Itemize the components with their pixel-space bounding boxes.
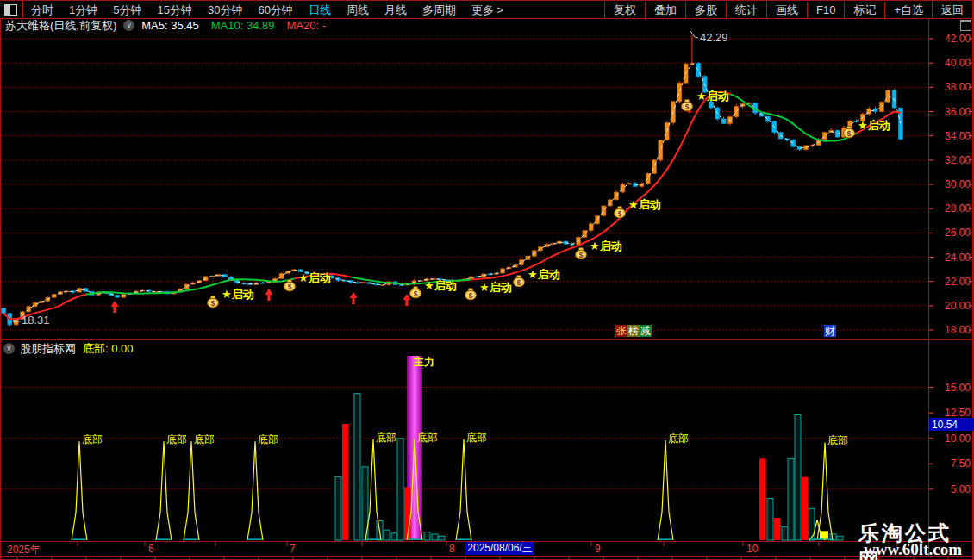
date-marker[interactable]: 2025/08/06/三 xyxy=(465,542,534,555)
watermark-site-url: www.60lt.com xyxy=(864,540,962,559)
price-axis-label: 18.00 xyxy=(933,324,971,336)
bag-dollar: $ xyxy=(579,251,584,259)
buy-arrow-icon xyxy=(350,292,358,304)
chevron-down-icon[interactable]: ∨ xyxy=(3,343,15,354)
menu-item-复权[interactable]: 复权 xyxy=(604,2,645,18)
menu-item-更多 >[interactable]: 更多 > xyxy=(464,2,511,18)
spike-base-mark xyxy=(248,538,262,540)
event-tag-char: 榜 xyxy=(627,325,640,337)
xaxis-label: 2025年 xyxy=(7,543,41,557)
signal-label: ★启动 xyxy=(696,89,729,104)
bag-dollar: $ xyxy=(414,289,418,298)
event-tag[interactable]: 财 xyxy=(824,325,836,337)
top-menu-bar: 分时1分钟5分钟15分钟30分钟60分钟日线周线月线多周期更多 > 复权叠加多股… xyxy=(0,0,972,19)
price-axis-label: 34.00 xyxy=(933,130,971,142)
buy-arrow-icon xyxy=(403,294,411,306)
bottom-signal-spike xyxy=(658,440,673,540)
price-axis-label: 24.00 xyxy=(933,252,971,264)
ma10-value: MA10: 34.89 xyxy=(211,19,275,32)
menu-item-5分钟[interactable]: 5分钟 xyxy=(105,2,149,18)
menu-item-1分钟[interactable]: 1分钟 xyxy=(61,2,105,18)
price-axis-label: 20.00 xyxy=(933,300,971,312)
event-tag-char: 财 xyxy=(824,325,836,337)
price-axis-label: 36.00 xyxy=(933,106,971,118)
price-axis-label: 26.00 xyxy=(933,227,971,239)
price-axis-label: 28.00 xyxy=(933,202,971,215)
spike-base-mark xyxy=(366,538,380,540)
candle xyxy=(2,308,6,314)
chevron-down-icon[interactable]: ∨ xyxy=(123,20,134,31)
signal-label: ★启动 xyxy=(628,197,661,213)
menu-item-60分钟[interactable]: 60分钟 xyxy=(250,2,300,18)
low-price-label: ←18.31 xyxy=(10,314,50,327)
bottom-signal-label: 底部 xyxy=(417,431,438,445)
candle xyxy=(602,206,606,215)
menu-item-F10[interactable]: F10 xyxy=(807,2,844,18)
menu-item-多周期[interactable]: 多周期 xyxy=(415,2,464,18)
menu-item-画线[interactable]: 画线 xyxy=(766,2,807,18)
bottom-signal-spike xyxy=(156,441,172,540)
bottom-signal-label: 底部 xyxy=(82,432,103,447)
bag-dollar: $ xyxy=(211,299,215,308)
indicator-value-marker: 10.54 xyxy=(929,418,974,431)
indicator-axis-label: 7.50 xyxy=(933,457,971,470)
indicator-axis-label: 5.00 xyxy=(933,483,971,495)
maximize-icon[interactable] xyxy=(960,20,971,31)
menu-item-返回[interactable]: 返回 xyxy=(932,2,972,18)
bottom-signal-spike xyxy=(72,441,87,540)
spike-base-mark xyxy=(72,538,86,540)
indicator-teal-bar xyxy=(424,532,430,540)
indicator-axis-label: 10.00 xyxy=(933,432,971,445)
candle xyxy=(677,83,682,102)
buy-arrow-icon xyxy=(265,289,273,301)
ma5-value: MA5: 35.45 xyxy=(141,19,199,32)
menu-item-多股[interactable]: 多股 xyxy=(685,2,726,18)
menu-item-统计[interactable]: 统计 xyxy=(726,2,766,18)
high-price-label: 42.29 xyxy=(700,31,728,44)
bottom-signal-spike xyxy=(247,441,263,540)
menu-item-15分钟[interactable]: 15分钟 xyxy=(149,2,199,18)
price-axis-label: 38.00 xyxy=(933,81,971,93)
menu-item-30分钟[interactable]: 30分钟 xyxy=(200,2,250,18)
stock-title: 苏大维格(日线,前复权) xyxy=(5,18,116,34)
bottom-signal-label: 底部 xyxy=(466,431,487,445)
bag-dollar: $ xyxy=(685,103,690,111)
candle xyxy=(822,133,827,140)
candle xyxy=(652,160,656,173)
money-bag-icon: $ xyxy=(615,207,626,219)
indicator-red-bar xyxy=(802,477,809,540)
xaxis-label: 9 xyxy=(595,543,601,555)
signal-label: ★启动 xyxy=(298,271,331,286)
indicator-value: 底部: 0.00 xyxy=(83,341,134,357)
menu-item-+自选[interactable]: +自选 xyxy=(884,2,932,18)
candle xyxy=(734,106,739,116)
signal-label: ★启动 xyxy=(858,118,890,134)
candle xyxy=(879,102,883,111)
indicator-teal-bar xyxy=(439,536,445,540)
bottom-signal-label: 底部 xyxy=(166,432,187,447)
bag-dollar: $ xyxy=(469,291,473,300)
buy-arrow-icon xyxy=(111,301,119,313)
window-split-icon[interactable] xyxy=(4,4,17,16)
menu-item-分时[interactable]: 分时 xyxy=(23,2,61,18)
indicator-teal-bar xyxy=(767,498,773,540)
money-bag-icon: $ xyxy=(514,276,525,288)
event-tag[interactable]: 张榜减 xyxy=(615,325,652,337)
candle xyxy=(621,184,625,192)
menu-item-周线[interactable]: 周线 xyxy=(339,2,377,18)
main-force-label: 主力 xyxy=(414,355,434,370)
menu-item-月线[interactable]: 月线 xyxy=(377,2,415,18)
bottom-signal-label: 底部 xyxy=(258,432,278,447)
menu-item-日线[interactable]: 日线 xyxy=(301,2,339,18)
event-tag-char: 减 xyxy=(640,325,652,337)
indicator-teal-bar xyxy=(335,477,341,540)
money-bag-icon: $ xyxy=(410,287,421,299)
ma20-value: MA20: - xyxy=(287,19,327,32)
bag-dollar: $ xyxy=(847,129,852,138)
menu-item-标记[interactable]: 标记 xyxy=(844,2,884,18)
indicator-teal-bar xyxy=(837,536,843,540)
menu-item-叠加[interactable]: 叠加 xyxy=(645,2,685,18)
spike-base-mark xyxy=(457,538,471,540)
bottom-signal-label: 底部 xyxy=(376,431,396,445)
xaxis-label: 7 xyxy=(290,543,296,555)
